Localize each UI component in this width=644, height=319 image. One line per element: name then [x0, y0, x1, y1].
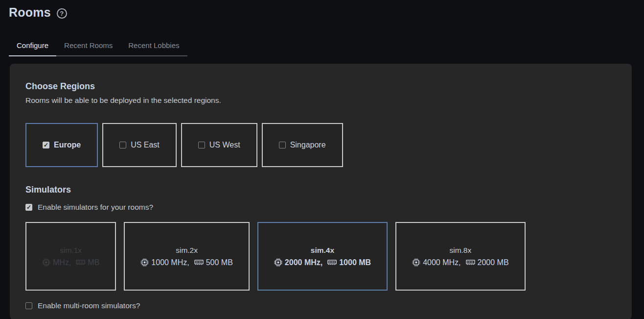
enable-multi-room-label: Enable multi-room simulators?	[38, 301, 140, 310]
help-icon[interactable]: ?	[57, 8, 67, 19]
sim-name: sim.2x	[176, 246, 198, 255]
enable-simulators-checkbox[interactable]: ✓	[25, 204, 32, 211]
tab-recent-rooms[interactable]: Recent Rooms	[56, 41, 120, 55]
enable-simulators-label: Enable simulators for your rooms?	[38, 203, 153, 212]
region-card-row: ✓ Europe US East US West Singapore	[25, 123, 632, 167]
region-checkbox-us-east[interactable]	[119, 142, 126, 148]
region-card-europe[interactable]: ✓ Europe	[25, 123, 98, 167]
region-card-us-west[interactable]: US West	[181, 123, 257, 167]
region-label: Europe	[54, 141, 81, 149]
sim-specs: MHz, MB	[42, 258, 99, 267]
region-checkbox-europe[interactable]: ✓	[43, 142, 49, 148]
enable-multi-room-checkbox[interactable]	[25, 302, 32, 309]
sim-ram-value: MB	[88, 258, 99, 267]
sim-card-1x[interactable]: sim.1x MHz, MB	[25, 222, 116, 291]
tab-bar: Configure Recent Rooms Recent Lobbies	[9, 41, 187, 56]
sim-name: sim.1x	[60, 246, 82, 255]
sim-specs: 2000 MHz, 1000 MB	[274, 258, 371, 267]
regions-subtitle: Rooms will be able to be deployed in the…	[25, 96, 632, 105]
ram-icon	[466, 259, 475, 266]
page-header: Rooms ?	[0, 0, 644, 20]
sim-cpu-value: MHz,	[53, 258, 71, 267]
sim-ram-value: 500 MB	[206, 258, 233, 267]
region-label: Singapore	[290, 141, 326, 149]
sim-card-2x[interactable]: sim.2x 1000 MHz, 50	[124, 222, 250, 291]
cpu-icon	[412, 258, 420, 267]
enable-simulators-row: ✓ Enable simulators for your rooms?	[25, 203, 632, 212]
sim-ram-value: 2000 MB	[478, 258, 509, 267]
cpu-icon	[274, 258, 282, 267]
tab-recent-lobbies[interactable]: Recent Lobbies	[120, 41, 187, 55]
simulators-heading: Simulators	[25, 185, 632, 195]
configure-panel: Choose Regions Rooms will be able to be …	[10, 64, 632, 319]
region-label: US East	[131, 141, 160, 149]
tab-configure[interactable]: Configure	[9, 41, 56, 55]
sim-name: sim.8x	[449, 246, 471, 255]
sim-specs: 4000 MHz, 2000 MB	[412, 258, 508, 267]
sim-card-4x[interactable]: sim.4x 2000 MHz, 10	[257, 222, 388, 291]
ram-icon	[194, 259, 204, 266]
region-label: US West	[209, 141, 240, 149]
sim-cpu-value: 4000 MHz,	[423, 258, 460, 267]
ram-icon	[327, 259, 337, 266]
simulator-card-row: sim.1x MHz, MB	[25, 222, 632, 291]
sim-name: sim.4x	[311, 246, 334, 255]
enable-multi-room-row: Enable multi-room simulators?	[25, 301, 632, 310]
sim-card-8x[interactable]: sim.8x 4000 MHz, 20	[395, 222, 525, 291]
sim-ram-value: 1000 MB	[339, 258, 371, 267]
region-card-singapore[interactable]: Singapore	[262, 123, 343, 167]
sim-cpu-value: 1000 MHz,	[151, 258, 189, 267]
ram-icon	[76, 259, 85, 266]
cpu-icon	[42, 258, 50, 267]
region-checkbox-singapore[interactable]	[279, 142, 286, 148]
sim-specs: 1000 MHz, 500 MB	[140, 258, 233, 267]
region-card-us-east[interactable]: US East	[102, 123, 177, 167]
sim-cpu-value: 2000 MHz,	[285, 258, 322, 267]
region-checkbox-us-west[interactable]	[198, 142, 205, 148]
page-title: Rooms	[9, 5, 51, 20]
regions-heading: Choose Regions	[25, 81, 632, 92]
cpu-icon	[140, 258, 149, 267]
